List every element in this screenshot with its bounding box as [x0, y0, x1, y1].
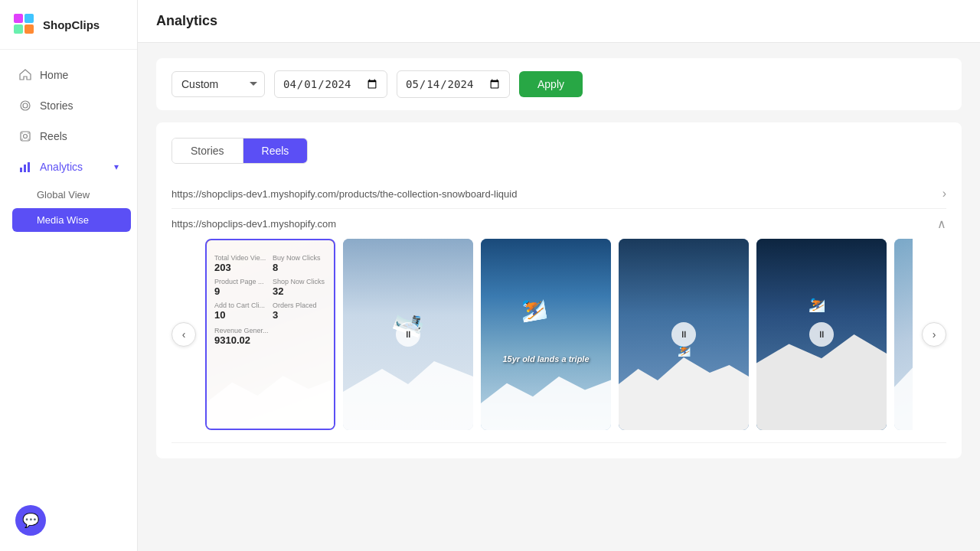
- sidebar-item-home-label: Home: [40, 69, 68, 81]
- orders-placed-label: Orders Placed: [273, 302, 326, 309]
- url-group-content-2: ‹ Total Video Vie...: [172, 239, 946, 442]
- svg-point-11: [28, 139, 29, 140]
- date-from-input[interactable]: [274, 70, 387, 98]
- carousel-next-button[interactable]: ›: [922, 322, 946, 347]
- play-button-2[interactable]: ⏸: [396, 322, 420, 347]
- sidebar-item-reels[interactable]: Reels: [6, 122, 131, 151]
- revenue-value: 9310.02: [214, 334, 326, 346]
- chevron-right-icon-1: ›: [942, 187, 946, 201]
- sidebar-item-global-view[interactable]: Global View: [12, 183, 131, 207]
- sidebar-item-media-wise[interactable]: Media Wise: [12, 208, 131, 232]
- logo-text: ShopClips: [43, 18, 100, 31]
- date-range-select[interactable]: Custom Last 7 days Last 30 days Last 90 …: [172, 71, 265, 97]
- add-to-cart-label: Add to Cart Cli...: [214, 302, 268, 309]
- url-text-2: https://shopclips-dev1.myshopify.com: [172, 218, 336, 230]
- video-card-3[interactable]: 15yr old lands a triple ⛷️: [481, 239, 611, 430]
- video-card-5[interactable]: ⛷️ ⏸: [756, 239, 887, 430]
- svg-rect-0: [14, 14, 23, 23]
- stats-overlay: Total Video Vie... 203 Buy Now Clicks 8: [207, 240, 334, 429]
- total-views-label: Total Video Vie...: [214, 254, 268, 262]
- orders-placed-value: 3: [273, 309, 326, 321]
- analytics-sub-menu: Global View Media Wise: [0, 183, 137, 232]
- sidebar-item-reels-label: Reels: [40, 130, 67, 142]
- logo[interactable]: ShopClips: [0, 0, 137, 50]
- chat-icon: 💬: [22, 512, 39, 529]
- stories-icon: [18, 99, 32, 112]
- video-card-2[interactable]: 🎿 ⏸: [343, 239, 473, 430]
- sidebar-analytics-label: Analytics: [40, 161, 83, 173]
- page-title: Analytics: [156, 13, 217, 29]
- sidebar-media-wise-label: Media Wise: [37, 214, 89, 226]
- shop-now-label: Shop Now Clicks: [273, 278, 326, 285]
- url-group-header-2[interactable]: https://shopclips-dev1.myshopify.com ∧: [172, 209, 946, 239]
- video-card-6[interactable]: [894, 239, 913, 430]
- home-icon: [18, 68, 32, 82]
- sidebar-navigation: Home Stories Reels Analytics ▾: [0, 50, 137, 551]
- tab-reels[interactable]: Reels: [243, 139, 308, 163]
- video-carousel: ‹ Total Video Vie...: [172, 239, 946, 430]
- sidebar-item-stories-label: Stories: [40, 99, 74, 112]
- content-area: Custom Last 7 days Last 30 days Last 90 …: [138, 43, 980, 551]
- videos-container: Total Video Vie... 203 Buy Now Clicks 8: [205, 239, 913, 430]
- svg-rect-14: [28, 162, 30, 172]
- top-bar: Analytics: [138, 0, 980, 43]
- date-to-input[interactable]: [397, 70, 510, 98]
- shop-now-value: 32: [273, 285, 326, 297]
- svg-point-8: [21, 132, 23, 134]
- product-page-label: Product Page ...: [214, 278, 268, 285]
- svg-point-10: [21, 139, 23, 140]
- tab-stories[interactable]: Stories: [172, 139, 243, 163]
- svg-point-4: [21, 101, 30, 110]
- tab-bar: Stories Reels: [172, 138, 308, 164]
- svg-rect-2: [14, 24, 23, 34]
- main-content: Analytics Custom Last 7 days Last 30 day…: [138, 0, 980, 551]
- logo-icon: [12, 12, 37, 37]
- analytics-icon: [18, 160, 32, 174]
- svg-point-9: [28, 132, 29, 134]
- url-text-1: https://shopclips-dev1.myshopify.com/pro…: [172, 188, 517, 200]
- apply-button[interactable]: Apply: [519, 71, 583, 97]
- sidebar-item-stories[interactable]: Stories: [6, 91, 131, 120]
- buy-now-label: Buy Now Clicks: [273, 254, 326, 262]
- filter-bar: Custom Last 7 days Last 30 days Last 90 …: [156, 58, 962, 110]
- product-page-value: 9: [214, 285, 268, 297]
- total-views-value: 203: [214, 262, 268, 273]
- svg-point-5: [23, 103, 28, 108]
- reels-icon: [18, 129, 32, 143]
- chevron-up-icon-2: ∧: [937, 217, 946, 231]
- play-button-5[interactable]: ⏸: [809, 322, 834, 347]
- sidebar-global-view-label: Global View: [37, 189, 90, 201]
- svg-point-7: [24, 135, 28, 139]
- buy-now-value: 8: [273, 262, 326, 273]
- video-card-1[interactable]: Total Video Vie... 203 Buy Now Clicks 8: [205, 239, 335, 430]
- carousel-prev-button[interactable]: ‹: [172, 322, 196, 347]
- url-group-2: https://shopclips-dev1.myshopify.com ∧ ‹: [172, 209, 946, 443]
- add-to-cart-value: 10: [214, 309, 268, 321]
- svg-rect-12: [20, 168, 22, 172]
- sidebar-item-home[interactable]: Home: [6, 60, 131, 90]
- url-row-1[interactable]: https://shopclips-dev1.myshopify.com/pro…: [172, 179, 946, 209]
- sidebar: ShopClips Home Stories Reels: [0, 0, 138, 551]
- revenue-label: Revenue Gener...: [214, 327, 326, 334]
- svg-rect-3: [24, 24, 34, 34]
- video-card-4[interactable]: ⛷️ ⏸: [619, 239, 749, 430]
- svg-rect-13: [24, 165, 26, 172]
- video-text-3: 15yr old lands a triple: [481, 354, 611, 364]
- chevron-down-icon: ▾: [114, 161, 119, 172]
- content-panel: Stories Reels https://shopclips-dev1.mys…: [156, 122, 962, 458]
- chat-bubble-button[interactable]: 💬: [15, 505, 46, 536]
- svg-rect-1: [24, 14, 34, 23]
- play-button-4[interactable]: ⏸: [671, 322, 696, 347]
- sidebar-item-analytics[interactable]: Analytics ▾: [6, 152, 131, 181]
